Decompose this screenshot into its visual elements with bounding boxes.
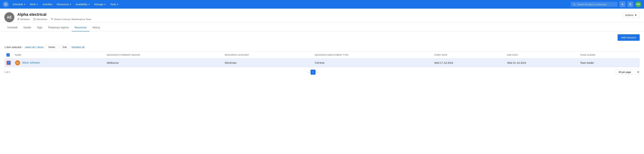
- profile-info: Alpha electrical Brisbane Electrician: [17, 12, 622, 21]
- row-category: Electrician: [223, 58, 313, 67]
- nav-tools[interactable]: Tools ▼: [108, 2, 120, 7]
- col-region: RESOURCE'S PRIMARY REGION: [104, 51, 223, 58]
- row-team-leader: Team leader: [578, 58, 640, 67]
- tools-arrow-icon: ▼: [117, 3, 118, 5]
- nav-work[interactable]: Work ▼: [28, 2, 40, 7]
- person-avatar: AJ: [15, 60, 20, 65]
- row-checkbox[interactable]: ✓: [7, 61, 10, 64]
- prev-page-button[interactable]: ‹: [307, 70, 310, 74]
- page-content: AE Alpha electrical Brisbane Elect: [0, 9, 644, 80]
- select-all-link[interactable]: select all 1 items: [25, 46, 44, 49]
- per-page-select[interactable]: 10 per page20 per page30 per page50 per …: [616, 69, 640, 75]
- search-placeholder: Search for jobs or resources: [577, 3, 606, 6]
- select-all-checkbox-header[interactable]: ✓: [4, 51, 13, 58]
- type-icon: [33, 18, 36, 20]
- next-page-button[interactable]: ›: [316, 70, 319, 74]
- profile-location: Brisbane: [17, 18, 30, 21]
- selected-checkbox-highlight[interactable]: ✓: [6, 61, 11, 65]
- selection-bar: 1 item selected - select all 1 items Del…: [4, 43, 640, 51]
- profile-name: Alpha electrical: [17, 12, 622, 17]
- col-category: RESOURCE CATEGORY: [223, 51, 313, 58]
- app-logo[interactable]: [3, 1, 8, 7]
- search-bar[interactable]: Search for jobs or resources: [571, 2, 618, 7]
- profile-header: AE Alpha electrical Brisbane Elect: [0, 9, 644, 22]
- col-name: NAME: [13, 51, 104, 58]
- row-start-date: Wed 17 Jul 2024: [432, 58, 505, 67]
- tab-history[interactable]: History: [90, 24, 103, 31]
- person-link[interactable]: Alison Johnston: [22, 61, 40, 64]
- col-start-date: START DATE: [432, 51, 505, 58]
- actions-arrow-icon: ▼: [634, 14, 637, 16]
- profile-tags: Drivers License, Maintenance Team: [51, 18, 91, 21]
- deselect-all-link[interactable]: Deselect all: [72, 46, 84, 49]
- pagination-info: 1 of 1: [4, 71, 10, 73]
- svg-point-0: [630, 3, 631, 4]
- profile-actions: Actions ▼: [622, 12, 640, 18]
- manage-arrow-icon: ▼: [104, 3, 106, 5]
- row-name: AJ Alison Johnston: [13, 58, 104, 67]
- delete-button[interactable]: Delete: [46, 45, 58, 49]
- top-navigation: Schedule ▼ Work ▼ Activities Resources ▼…: [0, 0, 644, 9]
- selection-count: 1 item selected -: [4, 46, 23, 49]
- svg-point-1: [18, 19, 19, 19]
- location-icon: [17, 18, 20, 20]
- tab-resources[interactable]: Resources: [72, 24, 90, 31]
- page-1-button[interactable]: 1: [310, 70, 316, 75]
- schedule-arrow-icon: ▼: [24, 3, 26, 5]
- tabs-bar: Schedule Details Tags Temporary regions …: [0, 24, 644, 31]
- profile-type: Electrician: [33, 18, 47, 21]
- col-team-leader: TEAM LEADER: [578, 51, 640, 58]
- avatar: AE: [4, 12, 14, 22]
- refresh-button[interactable]: [628, 1, 633, 7]
- search-icon: [573, 3, 576, 6]
- work-arrow-icon: ▼: [36, 3, 38, 5]
- pagination-controls: ‹ 1 ›: [307, 70, 319, 75]
- col-employment-type: RESOURCE EMPLOYMENT TYPE: [313, 51, 432, 58]
- tab-details[interactable]: Details: [20, 24, 34, 31]
- row-employment-type: Full-time: [313, 58, 432, 67]
- person-icon: [629, 3, 632, 6]
- actions-button[interactable]: Actions ▼: [622, 12, 640, 18]
- availability-arrow-icon: ▼: [88, 3, 90, 5]
- row-end-date: Wed 31 Jul 2024: [505, 58, 578, 67]
- action-row: Add resource: [4, 34, 640, 41]
- table-row: ✓ AJ Alison Johnston MelbourneElectricia…: [4, 58, 640, 67]
- tab-schedule[interactable]: Schedule: [4, 24, 20, 31]
- tags-icon: [51, 18, 53, 20]
- nav-manage[interactable]: Manage ▼: [92, 2, 108, 7]
- tab-temporary-regions[interactable]: Temporary regions: [45, 24, 72, 31]
- tab-tags[interactable]: Tags: [34, 24, 45, 31]
- add-button[interactable]: +: [620, 1, 625, 7]
- profile-meta: Brisbane Electrician Drivers License, Ma…: [17, 18, 622, 21]
- nav-resources[interactable]: Resources ▼: [55, 2, 73, 7]
- edit-button[interactable]: Edit: [60, 45, 69, 49]
- header-checkbox[interactable]: ✓: [6, 53, 10, 57]
- nav-schedule[interactable]: Schedule ▼: [11, 2, 27, 7]
- pagination-row: 1 of 1 ‹ 1 › 10 per page20 per page30 pe…: [4, 67, 640, 77]
- per-page-wrapper: 10 per page20 per page30 per page50 per …: [616, 69, 640, 75]
- nav-activities[interactable]: Activities: [41, 2, 54, 7]
- col-end-date: END DATE: [505, 51, 578, 58]
- user-avatar[interactable]: HH: [636, 1, 641, 7]
- svg-rect-2: [34, 19, 36, 20]
- main-content: Add resource 1 item selected - select al…: [0, 31, 644, 80]
- resources-arrow-icon: ▼: [70, 3, 71, 5]
- add-resource-button[interactable]: Add resource: [618, 34, 640, 41]
- row-region: Melbourne: [104, 58, 223, 67]
- row-checkbox-cell[interactable]: ✓: [4, 58, 13, 67]
- resources-table: ✓ NAME RESOURCE'S PRIMARY REGION RESOURC…: [4, 51, 640, 67]
- nav-availability[interactable]: Availability ▼: [74, 2, 92, 7]
